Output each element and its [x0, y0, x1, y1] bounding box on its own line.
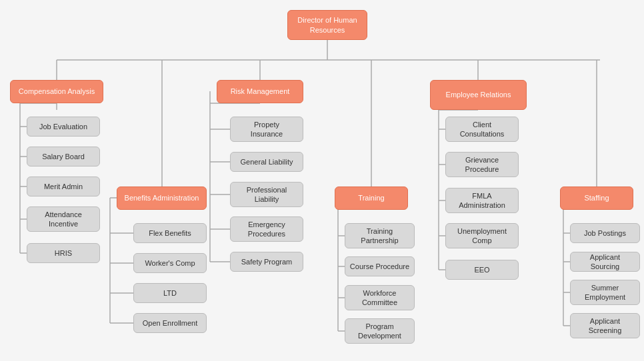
node-comp: Compensation Analysis	[10, 80, 103, 103]
node-workcomp: Worker's Comp	[133, 253, 207, 273]
node-courseproc: Course Procedure	[345, 256, 415, 276]
node-emergproc: Emergency Procedures	[230, 216, 303, 242]
node-staffing: Staffing	[560, 186, 633, 210]
node-appscreen: Applicant Screening	[570, 313, 640, 338]
node-progdev: Program Development	[345, 318, 415, 344]
node-unemploycomp: Unemployment Comp	[445, 223, 519, 248]
node-appsource: Applicant Sourcing	[570, 252, 640, 272]
node-safeprog: Safety Program	[230, 252, 303, 272]
node-flexben: Flex Benefits	[133, 223, 207, 243]
node-salboard: Salary Board	[27, 147, 100, 167]
node-root: Director of Human Resources	[287, 10, 367, 40]
node-trainpart: Training Partnership	[345, 223, 415, 248]
node-benefits: Benefits Administration	[117, 186, 207, 210]
node-eeo: EEO	[445, 260, 519, 280]
node-jobpost: Job Postings	[570, 223, 640, 243]
node-summerempl: Summer Employment	[570, 280, 640, 305]
node-emprel: Employee Relations	[430, 80, 527, 110]
node-fmla: FMLA Administration	[445, 188, 519, 213]
node-profliab: Professional Liability	[230, 182, 303, 207]
node-hris: HRIS	[27, 243, 100, 263]
node-attendinc: Attendance Incentive	[27, 206, 100, 232]
node-workforcecom: Workforce Committee	[345, 285, 415, 310]
org-chart: Director of Human ResourcesCompensation …	[0, 0, 644, 361]
node-meritadmin: Merit Admin	[27, 177, 100, 196]
node-genliab: General Liability	[230, 152, 303, 172]
node-grievproc: Grievance Procedure	[445, 152, 519, 177]
node-propins: Propety Insurance	[230, 117, 303, 142]
node-openenroll: Open Enrollment	[133, 313, 207, 333]
node-ltd: LTD	[133, 283, 207, 303]
node-clientcons: Client Consultations	[445, 117, 519, 142]
node-jobeval: Job Evaluation	[27, 117, 100, 137]
node-risk: Risk Management	[217, 80, 303, 103]
node-training: Training	[335, 186, 408, 210]
